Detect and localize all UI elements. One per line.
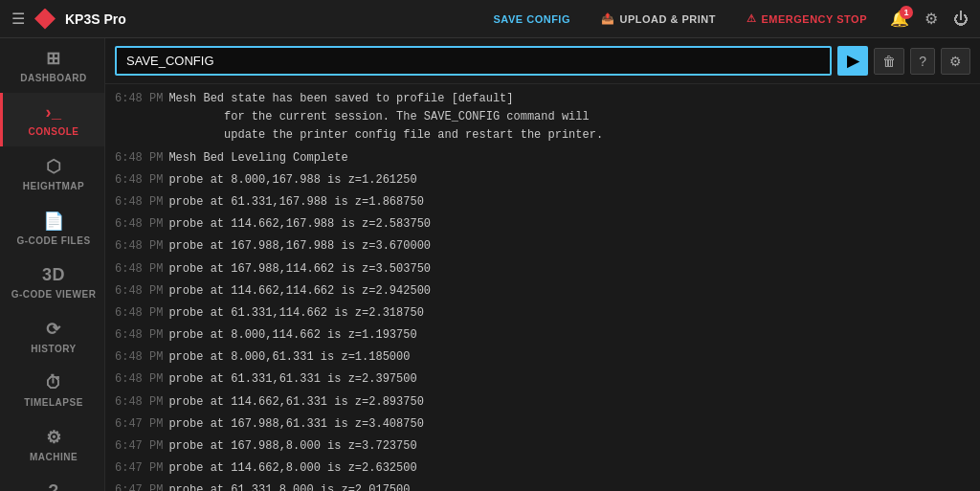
main-layout: ⊞DASHBOARD›_CONSOLE⬡HEIGHTMAP📄G-CODE FIL… [0,38,980,491]
help-button[interactable]: ? [910,48,935,75]
sidebar-item-label-timelapse: TIMELAPSE [24,397,83,408]
log-message: probe at 167.988,114.662 is z=3.503750 [168,260,431,279]
log-line: 6:48 PMprobe at 114.662,167.988 is z=2.5… [105,213,980,235]
machine-icon: ⚙ [46,427,62,448]
sidebar-item-machine[interactable]: ⚙MACHINE [0,417,104,472]
sidebar-item-label-console: CONSOLE [29,126,79,137]
timelapse-icon: ⏱ [45,373,63,393]
send-command-button[interactable]: ▶ [837,46,868,76]
log-timestamp: 6:48 PM [115,326,163,345]
log-message: probe at 114.662,114.662 is z=2.942500 [168,282,431,301]
log-message: probe at 114.662,61.331 is z=2.893750 [168,393,423,412]
upload-print-button[interactable]: 📤 UPLOAD & PRINT [593,9,724,29]
gcode-files-icon: 📄 [43,211,65,232]
log-line: 6:48 PMprobe at 61.331,114.662 is z=2.31… [105,302,980,324]
log-timestamp: 6:48 PM [115,149,163,167]
log-line: 6:47 PMprobe at 167.988,8.000 is z=3.723… [105,435,980,458]
log-timestamp: 6:48 PM [115,193,163,212]
command-bar: ▶ 🗑 ? ⚙ [105,38,980,84]
topbar: ☰ KP3S Pro SAVE CONFIG 📤 UPLOAD & PRINT … [0,0,980,38]
sidebar-bottom: ? [0,472,104,491]
log-line: 6:47 PMprobe at 167.988,61.331 is z=3.40… [105,413,980,435]
log-message: probe at 61.331,167.988 is z=1.868750 [168,193,423,212]
topbar-left: ☰ KP3S Pro [11,9,126,30]
log-timestamp: 6:47 PM [115,481,163,491]
log-line: 6:47 PMprobe at 61.331,8.000 is z=2.0175… [105,480,980,491]
log-line: 6:48 PMprobe at 8.000,114.662 is z=1.193… [105,324,980,346]
log-timestamp: 6:48 PM [115,370,163,389]
sidebar-item-label-gcode-files: G-CODE FILES [16,235,90,246]
console-output: 6:48 PMMesh Bed state has been saved to … [105,84,980,491]
topbar-right: SAVE CONFIG 📤 UPLOAD & PRINT ⚠ EMERGENCY… [486,9,969,29]
log-message: probe at 8.000,61.331 is z=1.185000 [168,348,410,367]
brand-name: KP3S Pro [65,11,126,27]
log-timestamp: 6:47 PM [115,459,163,478]
log-line: 6:48 PMMesh Bed Leveling Complete [105,147,980,169]
sidebar-item-label-gcode-viewer: G-CODE VIEWER [11,289,97,300]
log-line: 6:48 PMprobe at 61.331,167.988 is z=1.86… [105,191,980,213]
hamburger-icon[interactable]: ☰ [11,10,25,28]
sidebar-item-help[interactable]: ? [0,472,104,491]
log-timestamp: 6:48 PM [115,237,163,256]
log-message: probe at 61.331,114.662 is z=2.318750 [168,304,423,323]
console-content: ▶ 🗑 ? ⚙ 6:48 PMMesh Bed state has been s… [105,38,980,491]
heightmap-icon: ⬡ [46,156,62,177]
power-icon[interactable]: ⏻ [953,11,969,28]
emergency-icon: ⚠ [746,12,757,25]
log-timestamp: 6:47 PM [115,415,163,434]
log-line: 6:48 PMprobe at 8.000,61.331 is z=1.1850… [105,346,980,368]
log-message: probe at 167.988,8.000 is z=3.723750 [168,437,416,456]
notifications-wrapper[interactable]: 🔔 1 [890,10,909,28]
sidebar-item-console[interactable]: ›_CONSOLE [0,93,104,146]
log-line: 6:48 PMprobe at 167.988,167.988 is z=3.6… [105,235,980,257]
sidebar-item-dashboard[interactable]: ⊞DASHBOARD [0,38,104,93]
log-message: probe at 114.662,167.988 is z=2.583750 [168,215,431,234]
log-timestamp: 6:47 PM [115,437,163,456]
sidebar: ⊞DASHBOARD›_CONSOLE⬡HEIGHTMAP📄G-CODE FIL… [0,38,105,491]
log-timestamp: 6:48 PM [115,348,163,367]
history-icon: ⟳ [46,319,61,340]
emergency-stop-button[interactable]: ⚠ EMERGENCY STOP [739,9,875,29]
log-line: 6:48 PMprobe at 8.000,167.988 is z=1.261… [105,169,980,191]
log-timestamp: 6:48 PM [115,304,163,323]
log-timestamp: 6:48 PM [115,393,163,412]
log-message: probe at 8.000,167.988 is z=1.261250 [168,171,416,190]
dashboard-icon: ⊞ [46,48,61,69]
save-config-label: SAVE CONFIG [494,13,570,25]
help-icon: ? [48,481,59,491]
sidebar-item-label-heightmap: HEIGHTMAP [23,181,85,191]
log-line: 6:48 PMMesh Bed state has been saved to … [105,88,980,147]
log-timestamp: 6:48 PM [115,260,163,279]
log-message: probe at 114.662,8.000 is z=2.632500 [168,459,416,478]
log-message: probe at 61.331,61.331 is z=2.397500 [168,370,416,389]
command-input[interactable] [115,46,832,76]
sidebar-item-history[interactable]: ⟳HISTORY [0,309,104,364]
log-message: probe at 61.331,8.000 is z=2.017500 [168,481,410,491]
sidebar-item-label-dashboard: DASHBOARD [20,73,87,83]
sidebar-item-gcode-viewer[interactable]: 3DG-CODE VIEWER [0,256,104,309]
log-line: 6:48 PMprobe at 114.662,61.331 is z=2.89… [105,391,980,413]
log-line: 6:47 PMprobe at 114.662,8.000 is z=2.632… [105,458,980,480]
sidebar-item-timelapse[interactable]: ⏱TIMELAPSE [0,364,104,417]
gcode-viewer-icon: 3D [42,265,65,285]
save-config-button[interactable]: SAVE CONFIG [486,10,578,29]
filter-button[interactable]: ⚙ [941,48,970,75]
sidebar-item-heightmap[interactable]: ⬡HEIGHTMAP [0,146,104,201]
log-timestamp: 6:48 PM [115,282,163,301]
sidebar-item-label-history: HISTORY [31,344,76,354]
log-message: Mesh Bed Leveling Complete [168,149,347,167]
emergency-stop-label: EMERGENCY STOP [761,13,867,25]
log-message: probe at 167.988,167.988 is z=3.670000 [168,237,431,256]
sidebar-item-gcode-files[interactable]: 📄G-CODE FILES [0,201,104,256]
clear-console-button[interactable]: 🗑 [874,48,904,75]
upload-icon: 📤 [601,12,615,25]
log-line: 6:48 PMprobe at 114.662,114.662 is z=2.9… [105,280,980,302]
upload-print-label: UPLOAD & PRINT [619,13,716,25]
log-timestamp: 6:48 PM [115,215,163,234]
log-message: Mesh Bed state has been saved to profile… [168,90,603,145]
logo-icon [34,9,56,30]
console-icon: ›_ [45,102,61,123]
log-message: probe at 8.000,114.662 is z=1.193750 [168,326,416,345]
log-message: probe at 167.988,61.331 is z=3.408750 [168,415,423,434]
settings-icon[interactable]: ⚙ [924,10,938,28]
